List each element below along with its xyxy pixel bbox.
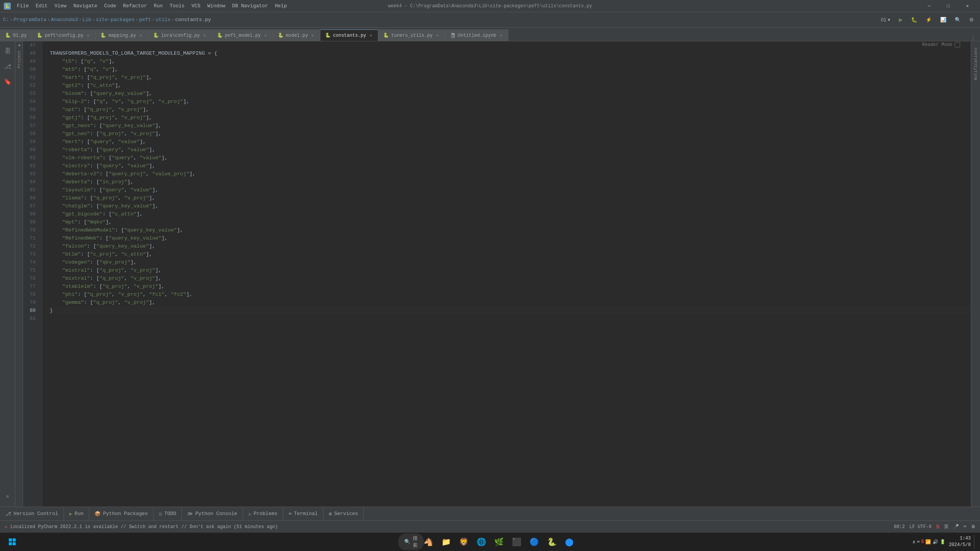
- display-icon[interactable]: 🖥: [971, 524, 975, 530]
- breadcrumb-programdata[interactable]: ProgramData: [13, 17, 46, 23]
- code-area[interactable]: TRANSFORMERS_MODELS_TO_LORA_TARGET_MODUL…: [42, 41, 971, 507]
- reader-mode-button[interactable]: Reader Mode: [922, 42, 960, 47]
- line-num-79: 79: [23, 298, 39, 306]
- breadcrumb-lib[interactable]: Lib: [82, 17, 91, 23]
- menu-edit[interactable]: Edit: [33, 2, 51, 10]
- code-line-68: "gpt_bigcode": ["c_attn"],: [48, 210, 971, 218]
- taskbar-search[interactable]: 🔍 搜索: [403, 534, 418, 549]
- breadcrumb-constants[interactable]: constants.py: [175, 17, 211, 23]
- taskbar-blue-circle[interactable]: ⬤: [562, 534, 577, 549]
- debug-button[interactable]: 🐛: [908, 16, 920, 24]
- breadcrumb-utils[interactable]: utils: [156, 17, 171, 23]
- menu-tools[interactable]: Tools: [167, 2, 188, 10]
- menu-refactor[interactable]: Refactor: [120, 2, 150, 10]
- tab-close-btn[interactable]: ✕: [310, 33, 315, 38]
- tray-expand-icon[interactable]: ∧: [913, 539, 915, 545]
- code-line-60: "roberta": ["query", "value"],: [48, 146, 971, 154]
- tab-close-btn[interactable]: ✕: [263, 33, 268, 38]
- taskbar-edge[interactable]: 🌐: [474, 534, 489, 549]
- search-button[interactable]: 🔍: [952, 16, 964, 24]
- close-button[interactable]: ✕: [959, 0, 976, 12]
- run-label: Run: [75, 511, 83, 517]
- tab-close-btn[interactable]: ✕: [435, 33, 440, 38]
- line-endings[interactable]: LF UTF-8: [910, 524, 932, 530]
- breadcrumb-anaconda3[interactable]: Anaconda3: [51, 17, 78, 23]
- menu-view[interactable]: View: [51, 2, 69, 10]
- code-line-53: "bloom": ["query_key_value"],: [48, 90, 971, 98]
- menu-run[interactable]: Run: [151, 2, 166, 10]
- tab-close-btn[interactable]: ✕: [499, 33, 504, 38]
- bottom-tab-problems[interactable]: ⚠ Problems: [243, 507, 283, 521]
- tray-keyboard-icon[interactable]: ⌨: [917, 539, 920, 545]
- minimize-button[interactable]: ─: [920, 0, 938, 12]
- keyboard-icon[interactable]: ⌨: [964, 524, 966, 530]
- bottom-tab-python-packages[interactable]: 📦 Python Packages: [89, 507, 154, 521]
- line-num-61: 61: [23, 154, 39, 162]
- menu-code[interactable]: Code: [101, 2, 119, 10]
- maximize-button[interactable]: □: [939, 0, 957, 12]
- taskbar-folder[interactable]: 📁: [438, 534, 454, 549]
- coverage-button[interactable]: ⚡: [923, 16, 935, 24]
- taskbar-file-explorer[interactable]: 🐴: [421, 534, 436, 549]
- tab-peft-model[interactable]: 🐍 peft_model.py ✕: [212, 29, 273, 41]
- bottom-tab-todo[interactable]: ☑ TODO: [154, 507, 182, 521]
- tab-model[interactable]: 🐍 model.py ✕: [273, 29, 320, 41]
- taskbar-pycharm[interactable]: 🐍: [544, 534, 559, 549]
- mic-icon[interactable]: 🎤: [953, 524, 959, 530]
- taskbar-terminal-icon[interactable]: ⬛: [509, 534, 524, 549]
- menu-vcs[interactable]: VCS: [188, 2, 203, 10]
- taskbar-chrome[interactable]: 🔵: [526, 534, 542, 549]
- bottom-tab-python-console[interactable]: ≫ Python Console: [182, 507, 243, 521]
- panel-collapse-toggle[interactable]: ◀ Project: [15, 41, 23, 507]
- run-config-dropdown[interactable]: 01 ▾: [878, 16, 893, 24]
- tab-untitled-notebook[interactable]: 📓 Untitled.ipynb ✕: [445, 29, 508, 41]
- breadcrumb-c[interactable]: C:: [3, 17, 9, 23]
- bottom-tab-version-control[interactable]: ⎇ Version Control: [0, 507, 64, 521]
- tab-close-btn[interactable]: ✕: [86, 33, 91, 38]
- tray-sougou-icon[interactable]: S: [921, 539, 924, 544]
- bottom-tab-services[interactable]: ⚙ Services: [323, 507, 364, 521]
- code-line-62: "electra": ["query", "value"],: [48, 162, 971, 170]
- tray-wifi-icon[interactable]: 📶: [925, 539, 931, 545]
- sidebar-icon-db[interactable]: 🗄: [1, 44, 15, 58]
- tab-tuners-utils[interactable]: 🐍 tuners_utils.py ✕: [378, 29, 445, 41]
- taskbar-browser-brave[interactable]: 🦁: [456, 534, 471, 549]
- bottom-tab-terminal[interactable]: ⌨ Terminal: [283, 507, 323, 521]
- tab-close-btn[interactable]: ✕: [368, 33, 373, 38]
- settings-button[interactable]: ⚙: [966, 16, 977, 24]
- breadcrumb-site-packages[interactable]: site-packages: [96, 17, 134, 23]
- tab-close-btn[interactable]: ✕: [138, 33, 143, 38]
- start-button[interactable]: [5, 534, 20, 549]
- clock[interactable]: 1:43 2024/5/8: [949, 535, 971, 548]
- sidebar-icon-structure[interactable]: ≡: [1, 490, 15, 504]
- tray-speaker-icon[interactable]: 🔊: [933, 539, 938, 545]
- sidebar-icon-bookmark[interactable]: 🔖: [1, 75, 15, 89]
- language-indicator[interactable]: 英: [944, 523, 949, 530]
- menu-navigate[interactable]: Navigate: [70, 2, 100, 10]
- more-tabs-icon[interactable]: ⋮: [966, 35, 980, 41]
- tab-lora-config[interactable]: 🐍 lora\config.py ✕: [148, 29, 212, 41]
- profile-button[interactable]: 📊: [937, 16, 949, 24]
- sidebar-icon-git[interactable]: ⎇: [1, 60, 15, 73]
- tab-01py[interactable]: 🐍 01.py: [0, 29, 32, 41]
- tab-close-btn[interactable]: ✕: [202, 33, 207, 38]
- bottom-tab-run[interactable]: ▶ Run: [64, 507, 89, 521]
- breadcrumb-peft[interactable]: peft: [139, 17, 151, 23]
- menu-file[interactable]: File: [14, 2, 32, 10]
- notifications-tab[interactable]: Notifications: [972, 44, 980, 83]
- taskbar-green-icon[interactable]: 🌿: [491, 534, 506, 549]
- run-button[interactable]: ▶: [896, 16, 906, 24]
- show-desktop-btn[interactable]: [974, 535, 975, 549]
- menu-db-navigator[interactable]: DB Navigator: [229, 2, 271, 10]
- status-notification[interactable]: Localized PyCharm 2022.2.1 is available …: [10, 524, 278, 530]
- tab-constants[interactable]: 🐍 constants.py ✕: [320, 29, 378, 41]
- menu-window[interactable]: Window: [204, 2, 229, 10]
- sougou-icon[interactable]: S: [936, 524, 939, 530]
- cursor-position[interactable]: 80:2: [894, 524, 905, 530]
- tab-peft-config[interactable]: 🐍 peft\config.py ✕: [32, 29, 95, 41]
- menu-help[interactable]: Help: [272, 2, 290, 10]
- tab-mapping[interactable]: 🐍 mapping.py ✕: [95, 29, 148, 41]
- code-line-52: "gpt2": ["c_attn"],: [48, 82, 971, 90]
- terminal-icon: ⌨: [289, 511, 292, 517]
- tray-battery-icon[interactable]: 🔋: [940, 539, 946, 545]
